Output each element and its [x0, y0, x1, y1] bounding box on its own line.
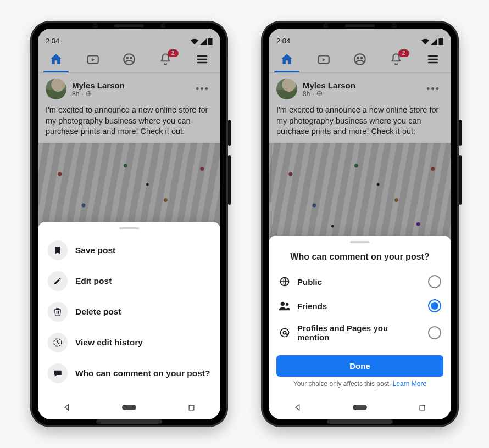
phone-mockup-right: 2:04 2 [261, 21, 459, 427]
radio-unselected[interactable] [428, 275, 441, 288]
svg-point-18 [281, 302, 285, 306]
svg-point-20 [281, 329, 289, 337]
sheet-title: Who can comment on your post? [269, 249, 451, 270]
option-friends[interactable]: Friends [269, 294, 451, 318]
nav-back[interactable] [63, 403, 71, 412]
menu-item-label: Delete post [75, 307, 121, 317]
svg-rect-23 [420, 405, 425, 410]
svg-point-19 [286, 303, 289, 306]
sheet-footer: Your choice only affects this post. Lear… [269, 380, 451, 388]
menu-edit-history[interactable]: View edit history [38, 327, 220, 358]
at-icon [279, 327, 291, 338]
nav-back[interactable] [293, 403, 302, 412]
footer-text: Your choice only affects this post. [293, 380, 393, 388]
comment-icon [48, 363, 68, 383]
option-label: Friends [297, 301, 421, 311]
nav-home[interactable] [352, 404, 368, 411]
nav-recent[interactable] [418, 404, 426, 412]
learn-more-link[interactable]: Learn More [393, 380, 426, 388]
nav-home[interactable] [121, 404, 137, 411]
done-button[interactable]: Done [276, 355, 443, 377]
menu-delete-post[interactable]: Delete post [38, 296, 220, 327]
menu-item-label: Edit post [75, 276, 112, 286]
trash-icon [48, 302, 68, 322]
menu-edit-post[interactable]: Edit post [38, 266, 220, 296]
android-navbar [38, 395, 220, 419]
post-action-sheet: Save post Edit post Delete post [38, 222, 220, 395]
option-label: Profiles and Pages you mention [297, 323, 421, 342]
nav-recent[interactable] [187, 404, 196, 412]
svg-rect-9 [189, 405, 194, 410]
bookmark-icon [48, 240, 68, 260]
menu-item-label: View edit history [75, 338, 143, 348]
radio-unselected[interactable] [428, 326, 441, 339]
sheet-handle[interactable] [350, 241, 370, 243]
sheet-handle[interactable] [119, 227, 139, 229]
option-mentions[interactable]: Profiles and Pages you mention [269, 318, 451, 348]
history-icon [48, 333, 68, 352]
menu-save-post[interactable]: Save post [38, 235, 220, 266]
radio-selected[interactable] [428, 299, 441, 312]
option-label: Public [297, 277, 421, 287]
phone-mockup-left: 2:04 2 [30, 21, 228, 427]
svg-rect-8 [122, 405, 136, 410]
comment-audience-sheet: Who can comment on your post? Public Fri… [269, 236, 451, 395]
globe-icon [279, 276, 291, 287]
menu-item-label: Save post [75, 245, 115, 255]
friends-icon [279, 300, 291, 311]
svg-rect-22 [353, 405, 367, 410]
option-public[interactable]: Public [269, 270, 451, 294]
menu-who-can-comment[interactable]: Who can comment on your post? [38, 358, 220, 389]
menu-item-label: Who can comment on your post? [75, 368, 210, 378]
pencil-icon [48, 271, 68, 291]
android-navbar [269, 395, 451, 419]
